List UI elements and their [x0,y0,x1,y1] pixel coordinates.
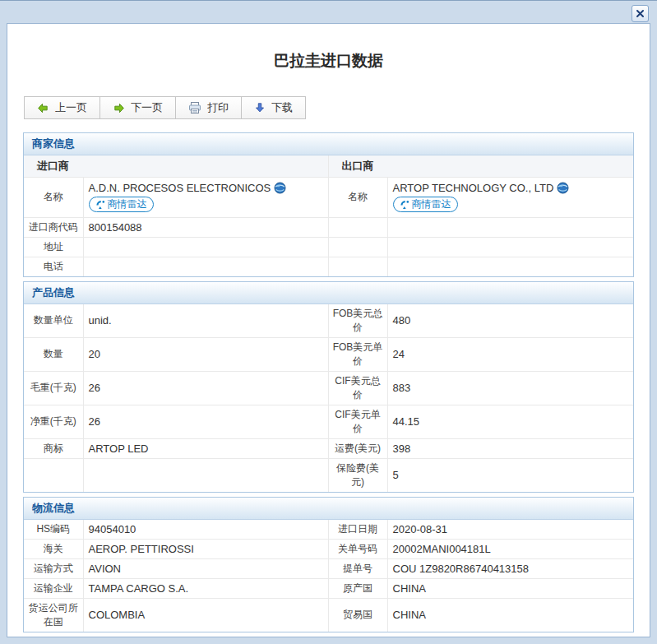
row-value: AEROP. PETTIROSSI [83,539,328,558]
next-page-button[interactable]: 下一页 [99,96,176,119]
row-label [328,257,387,276]
row-label [328,237,387,257]
row-label: 提单号 [328,558,387,578]
row-value: 20 [83,337,328,371]
close-icon [636,9,645,18]
table-row: 货运公司所在国 COLOMBIA 贸易国 CHINA [24,598,633,632]
row-label: 电话 [24,257,83,276]
row-value: AVION [83,558,328,578]
row-label: 货运公司所在国 [24,598,83,632]
row-label: 关单号码 [328,539,387,558]
toolbar: 上一页 下一页 打印 [25,96,306,119]
row-value: ARTOP LED [83,438,328,458]
prev-page-button[interactable]: 上一页 [24,96,100,119]
row-label: 进口日期 [328,520,387,540]
table-row: HS编码 94054010 进口日期 2020-08-31 [24,520,633,540]
row-value: 20002MANI004181L [387,539,633,558]
row-value [83,257,328,276]
row-value [387,217,633,237]
close-button[interactable] [632,5,649,22]
row-value: 2020-08-31 [387,520,633,540]
row-label: CIF美元单价 [328,405,387,438]
row-value: 94054010 [83,520,328,540]
importer-name: A.D.N. PROCESOS ELECTRONICOS [89,182,271,194]
row-value: 26 [83,405,328,438]
row-value: 800154088 [83,217,328,237]
row-value [83,458,328,492]
radar-icon [400,200,409,210]
row-label: 进口商代码 [24,217,83,237]
radar-button[interactable]: 商情雷达 [393,197,458,212]
download-button[interactable]: 下载 [241,96,306,119]
row-label: 数量 [24,337,83,371]
print-label: 打印 [207,100,229,115]
row-label: 数量单位 [24,304,83,338]
arrow-down-icon [254,102,266,114]
globe-icon[interactable] [274,182,286,194]
row-value: TAMPA CARGO S.A. [83,578,328,598]
table-row: 进口商代码 800154088 [24,217,633,237]
row-label: 名称 [24,178,83,218]
prev-page-label: 上一页 [55,100,87,115]
row-label: 运输方式 [24,558,83,578]
row-value: 24 [387,337,633,371]
section-product: 产品信息 数量单位 unid. FOB美元总价 480 数量 20 FOB美元单… [23,281,634,493]
radar-button[interactable]: 商情雷达 [89,197,154,212]
row-label: HS编码 [24,520,83,540]
importer-header: 进口商 [24,155,328,178]
row-value [83,237,328,257]
radar-label: 商情雷达 [412,197,451,212]
table-row: 数量单位 unid. FOB美元总价 480 [24,304,633,338]
row-value: 398 [387,438,633,458]
table-row: 地址 [24,237,633,257]
next-page-label: 下一页 [131,100,163,115]
table-row: 毛重(千克) 26 CIF美元总价 883 [24,371,633,405]
row-value: 5 [387,458,633,492]
row-label: 商标 [24,438,83,458]
table-row: 运输方式 AVION 提单号 COU 1Z9820R86740413158 [24,558,633,578]
row-label: 地址 [24,237,83,257]
section-merchant: 商家信息 进口商 出口商 名称 A.D.N. PROCESOS ELECTRON… [23,132,634,277]
row-value: unid. [83,304,328,338]
row-label: 运输企业 [24,578,83,598]
download-label: 下载 [271,100,293,115]
row-label: 保险费(美元) [328,458,387,492]
section-merchant-title: 商家信息 [24,133,633,155]
row-value: CHINA [387,578,633,598]
row-label: 净重(千克) [24,405,83,438]
product-table: 数量单位 unid. FOB美元总价 480 数量 20 FOB美元单价 24 … [24,304,633,492]
section-logistics: 物流信息 HS编码 94054010 进口日期 2020-08-31 海关 AE… [23,497,634,632]
dialog-window: 巴拉圭进口数据 上一页 下一页 [0,0,657,644]
globe-icon[interactable] [557,182,569,194]
row-value: CHINA [387,598,633,632]
row-label: FOB美元单价 [328,337,387,371]
table-row: 保险费(美元) 5 [24,458,633,492]
table-row: 名称 A.D.N. PROCESOS ELECTRONICOS 商情雷达 名称 … [24,178,633,218]
importer-name-cell: A.D.N. PROCESOS ELECTRONICOS 商情雷达 [83,178,328,218]
row-label: 名称 [328,178,387,218]
row-value [387,237,633,257]
dialog-panel: 巴拉圭进口数据 上一页 下一页 [7,23,650,637]
row-label: 原产国 [328,578,387,598]
row-label: CIF美元总价 [328,371,387,405]
row-value: 480 [387,304,633,338]
row-label: 贸易国 [328,598,387,632]
table-row: 海关 AEROP. PETTIROSSI 关单号码 20002MANI00418… [24,539,633,558]
row-label [24,458,83,492]
exporter-name: ARTOP TECHNOLOGY CO., LTD [393,182,554,194]
printer-icon [188,101,201,114]
row-value [387,257,633,276]
row-value: COLOMBIA [83,598,328,632]
logistics-table: HS编码 94054010 进口日期 2020-08-31 海关 AEROP. … [24,520,633,632]
row-label: 毛重(千克) [24,371,83,405]
row-value: 26 [83,371,328,405]
row-label: 海关 [24,539,83,558]
table-row: 数量 20 FOB美元单价 24 [24,337,633,371]
page-title: 巴拉圭进口数据 [23,50,634,72]
table-row: 进口商 出口商 [24,155,633,178]
row-value: 44.15 [387,405,633,438]
print-button[interactable]: 打印 [175,96,242,119]
exporter-name-cell: ARTOP TECHNOLOGY CO., LTD 商情雷达 [387,178,633,218]
merchant-table: 进口商 出口商 名称 A.D.N. PROCESOS ELECTRONICOS … [24,155,633,276]
section-product-title: 产品信息 [24,282,633,304]
